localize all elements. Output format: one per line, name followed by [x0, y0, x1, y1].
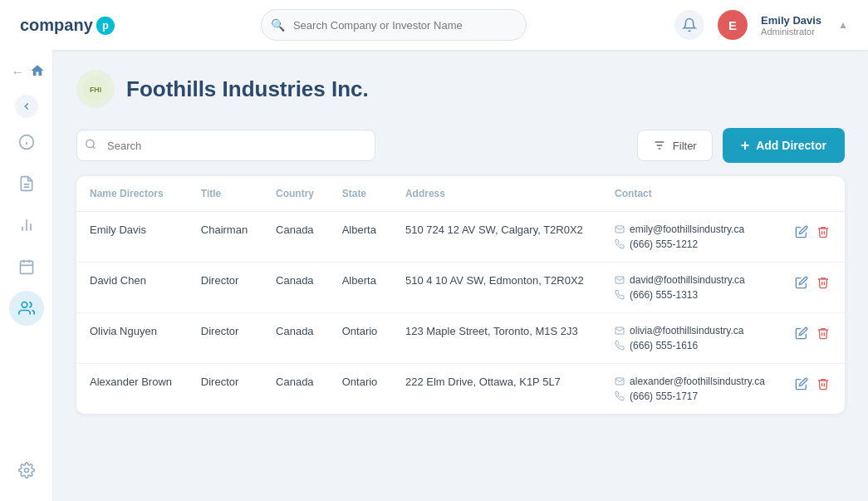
- col-actions: [782, 176, 845, 212]
- cell-actions: [782, 364, 845, 415]
- cell-actions: [782, 212, 845, 263]
- search-input[interactable]: [76, 130, 375, 161]
- cell-country: Canada: [262, 313, 329, 364]
- nav-right: E Emily Davis Administrator ▲: [674, 10, 848, 40]
- phone-value: (666) 555-1717: [630, 390, 698, 402]
- logo: company p: [20, 16, 113, 35]
- cell-title: Chairman: [188, 212, 262, 263]
- email-icon: [615, 376, 625, 386]
- svg-point-14: [22, 302, 27, 308]
- cell-title: Director: [188, 313, 262, 364]
- phone-value: (666) 555-1616: [630, 340, 698, 351]
- cell-country: Canada: [262, 263, 329, 313]
- sidebar-item-document[interactable]: [9, 166, 44, 201]
- sidebar-item-calendar[interactable]: [9, 249, 44, 284]
- filter-button[interactable]: Filter: [637, 130, 713, 161]
- toolbar: Filter + Add Director: [76, 128, 845, 163]
- cell-name: Emily Davis: [76, 212, 188, 263]
- table-header-row: Name Directors Title Country State Addre…: [76, 176, 845, 212]
- svg-point-15: [24, 469, 28, 473]
- email-value: alexander@foothillsindustry.ca: [630, 376, 765, 387]
- phone-value: (666) 555-1212: [630, 238, 698, 250]
- delete-button[interactable]: [817, 327, 830, 343]
- add-director-button[interactable]: + Add Director: [723, 128, 845, 163]
- cell-name: Olivia Nguyen: [76, 313, 188, 364]
- cell-contact: olivia@foothillsindustry.ca (666) 555-16…: [601, 313, 782, 364]
- cell-address: 123 Maple Street, Toronto, M1S 2J3: [392, 313, 601, 364]
- chevron-down-icon: ▲: [838, 19, 848, 31]
- delete-button[interactable]: [817, 377, 830, 394]
- col-contact: Contact: [601, 176, 782, 212]
- svg-point-18: [86, 140, 94, 147]
- cell-address: 510 724 12 AV SW, Calgary, T2R0X2: [392, 212, 601, 263]
- cell-name: Alexander Brown: [76, 364, 188, 415]
- search-icon: [85, 139, 96, 153]
- edit-button[interactable]: [795, 276, 808, 292]
- svg-text:FHI: FHI: [90, 86, 101, 94]
- cell-contact: alexander@foothillsindustry.ca (666) 555…: [601, 364, 782, 415]
- delete-button[interactable]: [817, 225, 830, 242]
- logo-text: company: [20, 16, 93, 35]
- table-search[interactable]: [76, 130, 375, 161]
- user-info: Emily Davis Administrator: [761, 14, 821, 37]
- phone-icon: [615, 239, 625, 249]
- cell-actions: [782, 263, 845, 313]
- company-logo: FHI: [76, 70, 115, 108]
- home-button[interactable]: [30, 63, 45, 81]
- toolbar-right: Filter + Add Director: [637, 128, 845, 163]
- cell-state: Alberta: [329, 263, 392, 313]
- user-role: Administrator: [761, 27, 821, 37]
- email-value: david@foothillsindustry.ca: [630, 274, 745, 286]
- table-row: David Chen Director Canada Alberta 510 4…: [76, 263, 845, 313]
- email-icon: [615, 224, 625, 234]
- main-content: FHI Foothills Industries Inc.: [53, 50, 868, 501]
- edit-button[interactable]: [795, 327, 808, 343]
- cell-state: Ontario: [329, 364, 392, 415]
- table-row: Alexander Brown Director Canada Ontario …: [76, 364, 845, 415]
- cell-title: Director: [188, 364, 262, 415]
- col-country: Country: [262, 176, 329, 212]
- directors-table: Name Directors Title Country State Addre…: [76, 176, 845, 414]
- sidebar-item-people[interactable]: [9, 291, 44, 326]
- edit-button[interactable]: [795, 377, 808, 394]
- email-icon: [615, 326, 625, 336]
- layout: ←: [0, 50, 868, 501]
- sidebar-item-info[interactable]: [9, 125, 44, 160]
- edit-button[interactable]: [795, 225, 808, 242]
- col-state: State: [329, 176, 392, 212]
- global-search-input[interactable]: [261, 9, 527, 41]
- cell-country: Canada: [262, 364, 329, 415]
- col-name: Name Directors: [76, 176, 188, 212]
- cell-address: 510 4 10 AV SW, Edmonton, T2R0X2: [392, 263, 601, 313]
- email-value: olivia@foothillsindustry.ca: [630, 325, 743, 336]
- collapse-button[interactable]: [15, 95, 38, 118]
- phone-icon: [615, 341, 625, 351]
- add-director-label: Add Director: [756, 139, 826, 152]
- global-search[interactable]: 🔍: [261, 9, 527, 41]
- notification-button[interactable]: [674, 10, 704, 40]
- filter-label: Filter: [673, 140, 697, 152]
- company-header: FHI Foothills Industries Inc.: [76, 70, 845, 108]
- email-icon: [615, 275, 625, 285]
- col-address: Address: [392, 176, 601, 212]
- logo-circle: p: [96, 17, 113, 33]
- col-title: Title: [188, 176, 262, 212]
- phone-icon: [615, 391, 625, 401]
- cell-country: Canada: [262, 212, 329, 263]
- delete-button[interactable]: [817, 276, 830, 292]
- cell-title: Director: [188, 263, 262, 313]
- search-icon: 🔍: [271, 18, 285, 32]
- svg-text:p: p: [102, 19, 109, 32]
- company-name: Foothills Industries Inc.: [126, 76, 369, 102]
- svg-rect-10: [20, 261, 32, 273]
- svg-line-19: [93, 146, 96, 149]
- phone-icon: [615, 290, 625, 300]
- sidebar-item-settings[interactable]: [9, 453, 44, 488]
- sidebar-nav-top: ←: [8, 63, 45, 81]
- table-row: Emily Davis Chairman Canada Alberta 510 …: [76, 212, 845, 263]
- sidebar-item-chart[interactable]: [9, 208, 44, 243]
- back-button[interactable]: ←: [12, 65, 25, 80]
- cell-contact: david@foothillsindustry.ca (666) 555-131…: [601, 263, 782, 313]
- sidebar: ←: [0, 50, 53, 501]
- topnav: company p 🔍 E Emily Davis Administrator …: [0, 0, 868, 50]
